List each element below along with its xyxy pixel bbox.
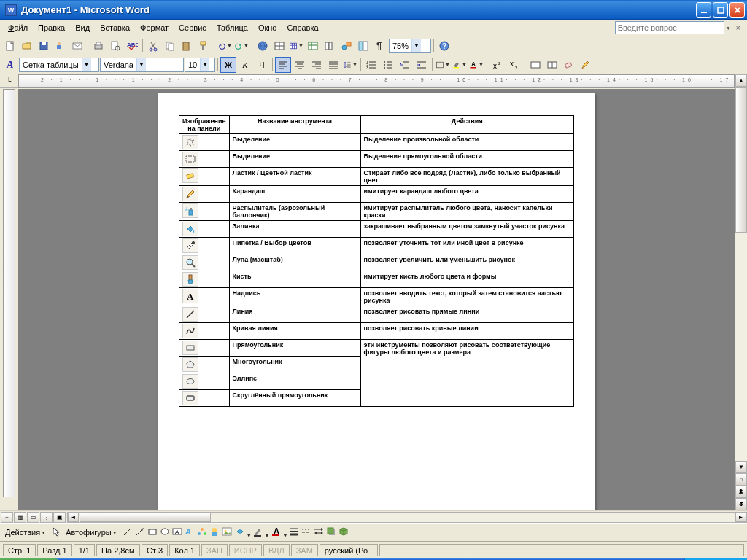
cell-tool-action[interactable]: позволяет рисовать прямые линии bbox=[360, 306, 573, 323]
cell-tool-name[interactable]: Пипетка / Выбор цветов bbox=[229, 238, 360, 254]
cell-tool-icon[interactable] bbox=[179, 340, 230, 357]
fill-color-button[interactable]: ▼ bbox=[234, 526, 252, 539]
insert-spreadsheet-button[interactable] bbox=[305, 38, 321, 54]
cell-tool-icon[interactable] bbox=[179, 186, 230, 203]
menu-file[interactable]: Файл bbox=[3, 22, 33, 34]
minimize-button[interactable] bbox=[696, 2, 711, 18]
table-row[interactable]: Прямоугольникэти инструменты позволяют р… bbox=[179, 340, 574, 357]
document-map-button[interactable] bbox=[355, 38, 371, 54]
rectangle-tool-button[interactable] bbox=[147, 526, 158, 539]
align-left-button[interactable] bbox=[275, 57, 291, 73]
close-button[interactable] bbox=[729, 2, 745, 18]
col-header-name[interactable]: Название инструмента bbox=[229, 116, 360, 134]
cell-tool-name[interactable]: Ластик / Цветной ластик bbox=[229, 168, 360, 186]
table-row[interactable]: Карандашимитирует карандаш любого цвета bbox=[179, 186, 574, 203]
borders-button[interactable]: ▼ bbox=[435, 57, 451, 73]
cell-tool-action[interactable]: закрашивает выбранным цветом замкнутый у… bbox=[360, 221, 573, 238]
cell-tool-icon[interactable] bbox=[179, 323, 230, 340]
help-dropdown-icon[interactable]: ▼ bbox=[726, 26, 731, 31]
cell-tool-action[interactable]: имитирует распылитель любого цвета, нано… bbox=[360, 203, 573, 221]
cell-tool-action[interactable]: позволяет вводить текст, который затем с… bbox=[360, 288, 573, 306]
dash-style-button[interactable] bbox=[301, 526, 312, 539]
outline-view-button[interactable]: ⋮ bbox=[40, 512, 53, 523]
cell-tool-name[interactable]: Распылитель (аэрозольный баллончик) bbox=[229, 203, 360, 221]
3d-button[interactable] bbox=[338, 526, 349, 539]
print-button[interactable] bbox=[90, 38, 107, 54]
cell-tool-icon[interactable] bbox=[179, 357, 230, 373]
hscroll-thumb[interactable] bbox=[80, 513, 211, 522]
col-header-image[interactable]: Изображение на панели bbox=[179, 116, 230, 134]
line-tool-button[interactable] bbox=[122, 526, 133, 539]
maximize-button[interactable] bbox=[713, 2, 728, 18]
col-header-action[interactable]: Действия bbox=[360, 116, 573, 134]
table-row[interactable]: AНадписьпозволяет вводить текст, который… bbox=[179, 288, 574, 306]
cell-tool-action[interactable]: Стирает либо все подряд (Ластик), либо т… bbox=[360, 168, 573, 186]
menu-format[interactable]: Формат bbox=[135, 22, 174, 34]
menu-window[interactable]: Окно bbox=[253, 22, 282, 34]
tab-selector[interactable]: └ bbox=[0, 74, 18, 88]
diagram-button[interactable] bbox=[196, 526, 208, 539]
cell-tool-icon[interactable] bbox=[179, 168, 230, 186]
table-row[interactable]: Лупа (масштаб)позволяет увеличить или ум… bbox=[179, 254, 574, 271]
table-row[interactable]: Кривая линияпозволяет рисовать кривые ли… bbox=[179, 323, 574, 340]
cell-tool-action[interactable]: позволяет увеличить или уменьшить рисуно… bbox=[360, 254, 573, 271]
superscript-button[interactable]: x2 bbox=[489, 57, 506, 73]
cell-tool-name[interactable]: Выделение bbox=[229, 134, 360, 151]
shadow-button[interactable] bbox=[325, 526, 337, 539]
cell-tool-icon[interactable] bbox=[179, 221, 230, 238]
cell-tool-icon[interactable] bbox=[179, 134, 230, 151]
cell-tool-action[interactable]: позволяет уточнить тот или иной цвет в р… bbox=[360, 238, 573, 254]
arrow-tool-button[interactable] bbox=[134, 526, 146, 539]
insert-table-button[interactable]: ▼ bbox=[288, 38, 304, 54]
bullets-button[interactable] bbox=[380, 57, 396, 73]
menu-table[interactable]: Таблица bbox=[212, 22, 253, 34]
help-close-icon[interactable]: × bbox=[732, 22, 744, 34]
status-ovr[interactable]: ЗАМ bbox=[291, 544, 318, 556]
cell-tool-action[interactable]: имитирует кисть любого цвета и формы bbox=[360, 271, 573, 288]
format-painter-button[interactable] bbox=[196, 38, 212, 54]
pencil-icon[interactable] bbox=[578, 57, 594, 73]
paste-button[interactable] bbox=[179, 38, 195, 54]
status-ext[interactable]: ВДЛ bbox=[263, 544, 290, 556]
autoshapes-menu[interactable]: Автофигуры ▼ bbox=[63, 526, 120, 538]
prev-page-button[interactable]: ⯭ bbox=[735, 486, 747, 498]
menu-view[interactable]: Вид bbox=[70, 22, 95, 34]
cell-tool-name[interactable]: Многоугольник bbox=[229, 357, 360, 373]
cell-tool-icon[interactable] bbox=[179, 203, 230, 221]
cell-tool-action[interactable]: Выделение произвольной области bbox=[360, 134, 573, 151]
permissions-button[interactable] bbox=[53, 38, 69, 54]
cell-tool-name[interactable]: Скруглённый прямоугольник bbox=[229, 390, 360, 407]
font-size-dropdown[interactable]: 10▼ bbox=[185, 58, 215, 72]
highlight-button[interactable]: ▼ bbox=[452, 57, 468, 73]
cell-tool-name[interactable]: Эллипс bbox=[229, 373, 360, 390]
print-layout-button[interactable]: ▭ bbox=[27, 512, 39, 523]
numbering-button[interactable]: 123 bbox=[363, 57, 379, 73]
cell-tool-name[interactable]: Кривая линия bbox=[229, 323, 360, 340]
decrease-indent-button[interactable] bbox=[397, 57, 413, 73]
cell-tool-icon[interactable] bbox=[179, 238, 230, 254]
font-dropdown[interactable]: Verdana▼ bbox=[100, 58, 184, 72]
zoom-dropdown[interactable]: 75%▼ bbox=[389, 39, 431, 53]
table-row[interactable]: Заливказакрашивает выбранным цветом замк… bbox=[179, 221, 574, 238]
justify-button[interactable] bbox=[325, 57, 341, 73]
textbox-tool-button[interactable]: A bbox=[171, 526, 183, 539]
cell-tool-name[interactable]: Линия bbox=[229, 306, 360, 323]
help-search-input[interactable] bbox=[615, 21, 724, 34]
font-color-button[interactable]: A▼ bbox=[468, 57, 484, 73]
draw-actions-menu[interactable]: Действия ▼ bbox=[2, 526, 49, 538]
line-style-button[interactable] bbox=[288, 526, 300, 539]
save-button[interactable] bbox=[36, 38, 52, 54]
menu-insert[interactable]: Вставка bbox=[95, 22, 135, 34]
status-fix[interactable]: ИСПР bbox=[229, 544, 262, 556]
eraser-icon[interactable] bbox=[561, 57, 577, 73]
scroll-thumb[interactable] bbox=[735, 87, 747, 233]
copy-button[interactable] bbox=[162, 38, 178, 54]
line-color-button[interactable]: ▼ bbox=[252, 526, 270, 539]
scroll-down-button[interactable]: ▼ bbox=[735, 461, 747, 473]
new-doc-button[interactable] bbox=[2, 38, 18, 54]
spellcheck-button[interactable]: ABC bbox=[124, 38, 140, 54]
oval-tool-button[interactable] bbox=[159, 526, 171, 539]
cell-tool-name[interactable]: Лупа (масштаб) bbox=[229, 254, 360, 271]
table-row[interactable]: ВыделениеВыделение прямоугольной области bbox=[179, 151, 574, 168]
arrow-style-button[interactable] bbox=[313, 526, 325, 539]
